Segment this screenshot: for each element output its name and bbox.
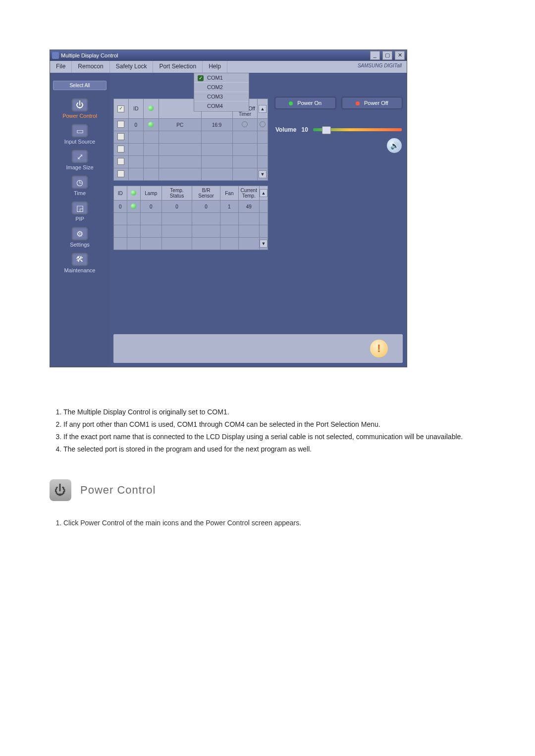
app-body: Select All ⏻ Power Control ▭ Input Sourc… bbox=[50, 73, 407, 367]
cell-temp-status: 0 bbox=[161, 201, 192, 213]
port-label: COM3 bbox=[207, 94, 223, 100]
col-status bbox=[127, 186, 140, 201]
select-all-button[interactable]: Select All bbox=[53, 81, 107, 90]
menu-remocon[interactable]: Remocon bbox=[72, 61, 109, 73]
port-item-com4[interactable]: COM4 bbox=[194, 101, 249, 111]
row-checkbox[interactable] bbox=[117, 133, 124, 140]
menu-help[interactable]: Help bbox=[203, 61, 227, 73]
scroll-down-icon[interactable]: ▼ bbox=[260, 240, 268, 248]
status-led-icon bbox=[131, 190, 136, 196]
volume-label: Volume bbox=[275, 126, 296, 133]
sidebar-label: Maintenance bbox=[50, 267, 109, 273]
menu-port-selection[interactable]: Port Selection bbox=[153, 61, 203, 73]
ring-icon bbox=[260, 121, 266, 127]
table-row bbox=[114, 225, 268, 238]
cell-image-size: 16:9 bbox=[201, 119, 232, 131]
check-icon-empty bbox=[197, 94, 204, 100]
status-led-icon bbox=[131, 203, 136, 209]
section-title: Power Control bbox=[80, 484, 156, 497]
col-status bbox=[144, 99, 159, 119]
sidebar-item-input-source[interactable]: ▭ Input Source bbox=[50, 122, 109, 147]
ring-icon bbox=[242, 121, 248, 127]
check-icon-empty bbox=[197, 84, 204, 90]
scroll-down-icon[interactable]: ▼ bbox=[259, 170, 267, 178]
warning-icon: ! bbox=[370, 340, 388, 357]
note-item: If any port other than COM1 is used, COM… bbox=[63, 419, 485, 430]
power-buttons: Power On Power Off bbox=[275, 98, 402, 108]
cell-timer bbox=[232, 119, 257, 131]
power-on-button[interactable]: Power On bbox=[275, 98, 335, 108]
cell-id: 0 bbox=[114, 201, 127, 213]
table-row: ▼ bbox=[114, 238, 268, 250]
port-item-com3[interactable]: COM3 bbox=[194, 92, 249, 101]
notes-list: The Multiple Display Control is original… bbox=[50, 407, 485, 454]
col-current-temp: Current Temp. bbox=[238, 186, 259, 201]
clock-icon: ◷ bbox=[71, 175, 88, 189]
input-icon: ▭ bbox=[71, 124, 88, 138]
volume-value: 10 bbox=[301, 126, 308, 133]
window-title: Multiple Display Control bbox=[61, 52, 118, 58]
wrench-icon: 🛠 bbox=[71, 252, 88, 266]
row-checkbox[interactable] bbox=[117, 158, 124, 165]
right-panel: Power On Power Off Volume 10 🔊 bbox=[275, 98, 402, 153]
sidebar-item-image-size[interactable]: ⤢ Image Size bbox=[50, 148, 109, 172]
row-checkbox[interactable] bbox=[117, 170, 124, 177]
port-item-com1[interactable]: COM1 bbox=[194, 73, 249, 83]
display-table-2: ID Lamp Temp. Status B/R Sensor Fan Curr… bbox=[113, 186, 268, 250]
select-all-checkbox[interactable] bbox=[117, 105, 124, 112]
close-button[interactable]: ✕ bbox=[395, 51, 405, 60]
cell-fan: 1 bbox=[220, 201, 238, 213]
speaker-icon: 🔊 bbox=[390, 142, 399, 150]
table-row bbox=[114, 213, 268, 225]
port-label: COM1 bbox=[207, 75, 223, 81]
scroll-up-icon[interactable]: ▲ bbox=[260, 189, 268, 197]
col-temp-status: Temp. Status bbox=[161, 186, 192, 201]
speaker-button[interactable]: 🔊 bbox=[387, 138, 402, 153]
sidebar-item-pip[interactable]: ◲ PIP bbox=[50, 199, 109, 224]
tables-wrapper: ID Image Size On Timer/Off Timer ▲ 0 PC … bbox=[113, 99, 268, 250]
row-checkbox[interactable] bbox=[117, 146, 124, 152]
row-checkbox[interactable] bbox=[117, 121, 124, 128]
sidebar-item-time[interactable]: ◷ Time bbox=[50, 173, 109, 198]
scroll-up-icon[interactable]: ▲ bbox=[259, 105, 267, 113]
note-item: If the exact port name that is connected… bbox=[63, 432, 485, 442]
title-bar: Multiple Display Control _ ▢ ✕ bbox=[50, 50, 407, 61]
sidebar: Select All ⏻ Power Control ▭ Input Sourc… bbox=[50, 73, 109, 367]
status-led-icon bbox=[148, 122, 154, 127]
menu-safety-lock[interactable]: Safety Lock bbox=[110, 61, 154, 73]
maximize-button[interactable]: ▢ bbox=[382, 51, 392, 60]
section-header: ⏻ Power Control bbox=[50, 479, 485, 501]
table-row bbox=[114, 156, 268, 168]
table-row: ▼ bbox=[114, 168, 268, 181]
instructions-list: Click Power Control of the main icons an… bbox=[50, 519, 485, 527]
power-off-dot-icon bbox=[356, 101, 360, 105]
image-size-icon: ⤢ bbox=[71, 150, 88, 163]
table-row[interactable]: 0 0 0 0 1 49 bbox=[114, 201, 268, 213]
col-id: ID bbox=[114, 186, 127, 201]
table-row bbox=[114, 131, 268, 144]
slider-thumb[interactable] bbox=[322, 126, 331, 134]
cell-input: PC bbox=[159, 119, 201, 131]
status-led-icon bbox=[148, 105, 154, 111]
table-row[interactable]: 0 PC 16:9 bbox=[114, 119, 268, 131]
power-off-button[interactable]: Power Off bbox=[342, 98, 402, 108]
section-power-icon: ⏻ bbox=[50, 479, 71, 501]
menu-file[interactable]: File bbox=[50, 61, 72, 73]
cell-timer2 bbox=[257, 119, 268, 131]
sidebar-item-settings[interactable]: ⚙ Settings bbox=[50, 225, 109, 250]
sidebar-label: Settings bbox=[50, 242, 109, 248]
port-label: COM2 bbox=[207, 84, 223, 90]
power-icon: ⏻ bbox=[71, 98, 88, 112]
port-label: COM4 bbox=[207, 103, 223, 109]
port-item-com2[interactable]: COM2 bbox=[194, 83, 249, 92]
power-on-dot-icon bbox=[289, 101, 293, 105]
table-row bbox=[114, 144, 268, 156]
minimize-button[interactable]: _ bbox=[370, 51, 380, 60]
cell-br-sensor: 0 bbox=[192, 201, 220, 213]
sidebar-item-maintenance[interactable]: 🛠 Maintenance bbox=[50, 251, 109, 275]
gear-icon: ⚙ bbox=[71, 227, 88, 241]
sidebar-label: Power Control bbox=[50, 113, 109, 119]
sidebar-item-power-control[interactable]: ⏻ Power Control bbox=[50, 96, 109, 121]
cell-lamp: 0 bbox=[140, 201, 161, 213]
volume-slider[interactable] bbox=[313, 128, 402, 131]
